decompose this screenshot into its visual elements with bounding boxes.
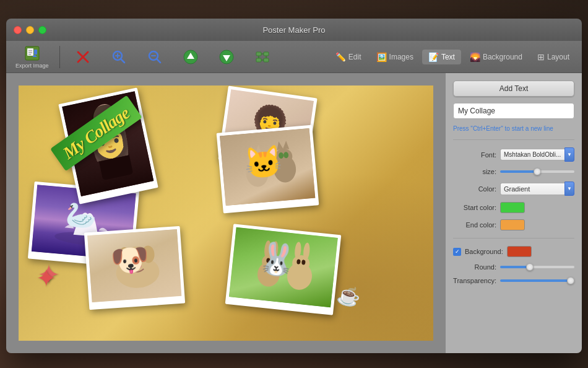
zoom-in-button[interactable]: [103, 46, 134, 68]
svg-rect-5: [34, 50, 37, 55]
transparency-row: Transparency:: [453, 277, 574, 284]
tab-background-label: Background: [483, 53, 522, 61]
svg-rect-18: [264, 52, 269, 56]
edit-tab-icon: ✏️: [335, 52, 346, 62]
background-checkbox[interactable]: ✓: [453, 248, 461, 256]
move-up-button[interactable]: [175, 46, 206, 68]
tab-layout[interactable]: ⊞ Layout: [531, 50, 576, 64]
svg-point-34: [247, 152, 266, 169]
svg-line-9: [121, 59, 124, 63]
up-arrow-icon: [182, 48, 199, 66]
app-window: Poster Maker Pro Export Image: [6, 19, 582, 353]
start-color-swatch[interactable]: [500, 202, 525, 213]
svg-marker-42: [282, 141, 289, 150]
background-color-control: [507, 246, 574, 257]
svg-rect-3: [28, 52, 32, 53]
round-slider[interactable]: [500, 266, 574, 268]
color-dropdown-arrow[interactable]: ▼: [564, 182, 574, 196]
text-input[interactable]: [453, 103, 574, 119]
end-color-swatch[interactable]: [500, 219, 525, 230]
size-control: [500, 170, 574, 173]
arrange-button[interactable]: [247, 46, 278, 68]
font-row: Font: Mshtakan BoldObli... ▼: [453, 147, 574, 162]
hint-text: Press "Ctrl+Enter" to start a new line: [453, 125, 574, 132]
minimize-button[interactable]: [26, 26, 34, 34]
divider-1: [453, 139, 574, 140]
svg-point-38: [256, 156, 261, 163]
tab-edit[interactable]: ✏️ Edit: [329, 50, 368, 64]
font-value: Mshtakan BoldObli...: [500, 149, 564, 160]
right-panel: Add Text Press "Ctrl+Enter" to start a n…: [446, 73, 582, 353]
round-control: [500, 266, 574, 268]
photo-card-bunnies[interactable]: [225, 224, 342, 315]
svg-point-29: [264, 118, 270, 122]
tab-text[interactable]: 📝 Text: [422, 50, 461, 64]
svg-rect-20: [264, 58, 269, 62]
font-dropdown-arrow[interactable]: ▼: [564, 147, 574, 162]
maximize-button[interactable]: [38, 26, 46, 34]
svg-rect-4: [28, 54, 31, 55]
arrange-icon: [254, 48, 271, 66]
color-label: Color:: [453, 185, 496, 193]
color-dropdown-wrapper: Gradient ▼: [500, 182, 574, 196]
traffic-lights: [14, 26, 46, 34]
photo-fill-puppy: [87, 229, 181, 302]
svg-point-51: [132, 263, 142, 269]
canvas-area: My Collage: [6, 73, 446, 353]
svg-point-47: [118, 247, 132, 265]
svg-point-46: [123, 245, 152, 272]
transparency-slider[interactable]: [500, 279, 574, 282]
svg-point-45: [115, 255, 160, 289]
svg-point-53: [261, 253, 279, 270]
svg-point-54: [264, 240, 272, 258]
export-icon: [24, 45, 41, 62]
tab-images[interactable]: 🖼️ Images: [370, 50, 420, 64]
zoom-out-icon: [146, 48, 163, 66]
svg-point-37: [251, 157, 256, 164]
background-color-swatch[interactable]: [507, 246, 532, 257]
transparency-slider-thumb[interactable]: [567, 277, 574, 284]
size-slider[interactable]: [500, 170, 574, 173]
end-color-label: End color:: [453, 221, 496, 229]
close-button[interactable]: [14, 26, 22, 34]
svg-point-52: [256, 261, 281, 288]
down-arrow-icon: [218, 48, 235, 66]
end-color-control: [500, 219, 574, 230]
images-tab-icon: 🖼️: [376, 52, 387, 62]
add-text-button[interactable]: Add Text: [453, 81, 574, 97]
canvas[interactable]: My Collage: [19, 85, 433, 341]
round-label: Round:: [453, 263, 496, 271]
svg-line-13: [157, 59, 160, 63]
layout-tab-icon: ⊞: [537, 52, 545, 62]
transparency-label: Transparency:: [453, 277, 496, 284]
photo-fill-bunnies: [229, 227, 338, 308]
color-value: Gradient: [500, 183, 564, 195]
round-row: Round:: [453, 263, 574, 271]
delete-button[interactable]: [67, 46, 98, 68]
svg-marker-35: [249, 146, 256, 155]
font-select-wrapper: Mshtakan BoldObli... ▼: [500, 147, 574, 162]
photo-fill-kittens: [220, 128, 315, 206]
background-row: ✓ Background:: [453, 246, 574, 257]
photo-card-kittens[interactable]: [217, 125, 319, 213]
start-color-row: Start color:: [453, 202, 574, 213]
size-row: size:: [453, 168, 574, 175]
photo-card-puppy[interactable]: [84, 226, 185, 310]
background-label: Background:: [465, 248, 503, 255]
size-slider-thumb[interactable]: [534, 168, 541, 175]
transparency-control: [500, 279, 574, 282]
text-tab-icon: 📝: [428, 52, 439, 62]
start-color-control: [500, 202, 574, 213]
zoom-out-button[interactable]: [139, 46, 170, 68]
export-image-button[interactable]: Export Image: [12, 43, 52, 71]
round-slider-thumb[interactable]: [526, 263, 534, 271]
color-control: Gradient ▼: [500, 182, 574, 196]
svg-point-56: [266, 258, 270, 263]
tab-images-label: Images: [389, 53, 413, 61]
move-down-button[interactable]: [211, 46, 242, 68]
tab-layout-label: Layout: [547, 53, 569, 61]
main-content: My Collage: [6, 73, 582, 353]
delete-icon: [74, 48, 92, 66]
tab-background[interactable]: 🌄 Background: [464, 50, 529, 64]
svg-rect-17: [256, 52, 261, 56]
